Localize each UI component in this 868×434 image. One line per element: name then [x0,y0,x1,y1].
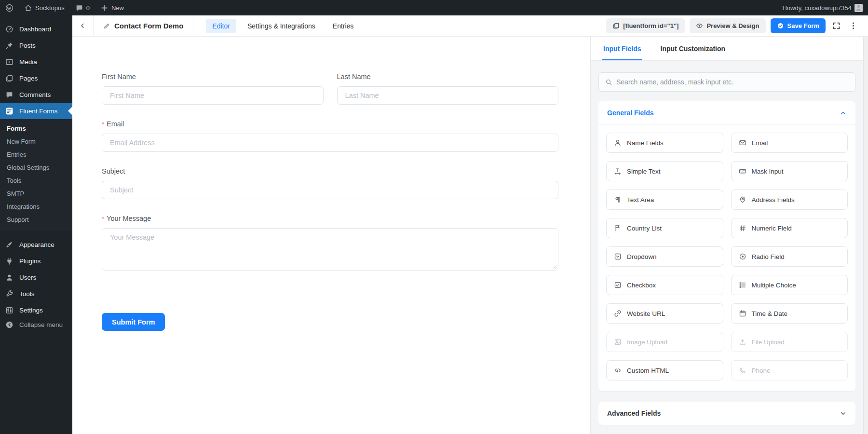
editor-tab-label: Settings & Integrations [247,22,315,30]
sidebar-menu-item[interactable]: Settings [0,302,72,318]
field-type-button[interactable]: Custom HTML [606,360,723,380]
admin-bar-right: Howdy, cuxadowupi7354 [777,0,868,15]
new-label: New [111,4,124,12]
submenu-item-label: Forms [7,125,26,132]
advanced-fields-title: Advanced Fields [607,409,661,417]
field-type-button[interactable]: Numeric Field [731,218,848,238]
admin-sidebar: Dashboard Posts Media Pages Comments Flu… [0,15,72,434]
fullscreen-button[interactable] [830,21,842,30]
field-type-button[interactable]: Phone [731,360,848,380]
sidebar-menu-item[interactable]: Posts [0,37,72,54]
field-search-box[interactable] [598,72,855,92]
wordpress-logo-icon [5,4,14,12]
checkbox-icon [614,281,622,289]
more-options-button[interactable] [847,21,859,30]
sidebar-menu-item[interactable]: Tools [0,285,72,302]
sidebar-menu-item[interactable]: Media [0,54,72,70]
field-type-button[interactable]: Multiple Choice [731,275,848,295]
field-type-button[interactable]: Radio Field [731,246,848,267]
last-name-field[interactable]: Last Name [337,73,559,105]
sidebar-menu-item[interactable]: Pages [0,70,72,86]
field-type-button[interactable]: Email [731,133,848,153]
field-type-label: Mask Input [752,168,784,175]
collapse-menu-button[interactable]: Collapse menu [0,316,72,333]
back-button[interactable] [72,15,94,36]
message-field[interactable]: *Your Message [102,215,558,272]
sidebar-menu-item[interactable]: Appearance [0,236,72,253]
field-type-button[interactable]: Text Area [606,190,723,210]
field-type-button[interactable]: Country List [606,218,723,238]
submenu-item[interactable]: Tools [0,174,72,187]
sidebar-menu-item[interactable]: Plugins [0,253,72,269]
home-icon [24,4,32,12]
submenu-item[interactable]: New Form [0,135,72,148]
comments-link[interactable]: 0 [70,0,95,15]
panel-tab[interactable]: Input Customization [660,45,727,60]
submenu-item-label: Support [7,216,29,223]
first-name-field[interactable]: First Name [102,73,324,105]
editor-tab[interactable]: Editor [206,19,236,33]
general-fields-header[interactable]: General Fields [598,101,855,124]
submenu-item[interactable]: Forms [0,122,72,135]
field-search-input[interactable] [616,78,849,86]
submenu-item[interactable]: Support [0,213,72,226]
message-textarea[interactable] [102,228,558,271]
wrench-icon [4,290,14,298]
subject-input[interactable] [102,181,558,199]
advanced-fields-card: Advanced Fields [598,402,855,425]
dropdown-icon [614,253,622,260]
submit-form-button[interactable]: Submit Form [102,313,165,331]
settings-icon [4,306,14,314]
email-input[interactable] [102,134,558,152]
comment-count: 0 [86,4,90,12]
field-type-button[interactable]: Image Upload [606,332,723,352]
field-type-button[interactable]: Dropdown [606,246,723,267]
wp-admin-bar: Socktopus 0 New Howdy, cuxadowupi7354 [0,0,868,15]
field-type-label: Radio Field [752,253,785,260]
field-type-button[interactable]: Name Fields [606,133,723,153]
save-form-button[interactable]: Save Form [771,18,826,33]
field-type-button[interactable]: File Upload [731,332,848,352]
form-title-wrap[interactable]: Contact Form Demo [94,15,193,36]
field-type-button[interactable]: Time & Date [731,303,848,324]
pages-icon [4,74,14,82]
admin-bar-left: Socktopus 0 New [0,0,129,15]
submenu-item[interactable]: SMTP [0,187,72,200]
sidebar-menu-item[interactable]: Users [0,269,72,285]
editor-tab[interactable]: Settings & Integrations [241,19,322,33]
field-type-label: Custom HTML [627,367,669,374]
submenu-item[interactable]: Entries [0,148,72,161]
my-account-menu[interactable]: Howdy, cuxadowupi7354 [777,0,868,15]
submenu-item[interactable]: Global Settings [0,161,72,174]
panel-tab[interactable]: Input Fields [602,45,642,60]
field-type-button[interactable]: Checkbox [606,275,723,295]
sidebar-menu-item[interactable]: Dashboard [0,21,72,37]
subject-field[interactable]: Subject [102,167,558,199]
required-marker: * [102,121,104,128]
editor-tab[interactable]: Entries [326,19,360,33]
field-type-button[interactable]: Website URL [606,303,723,324]
sidebar-menu-item[interactable]: Comments [0,86,72,103]
chevron-down-icon [840,410,847,417]
submenu-item[interactable]: Integrations [0,200,72,213]
scrollbar-gutter[interactable] [863,15,868,434]
new-content-menu[interactable]: New [95,0,129,15]
fluent-icon [4,107,14,115]
field-type-button[interactable]: Simple Text [606,161,723,181]
preview-design-button[interactable]: Preview & Design [690,18,765,33]
field-type-button[interactable]: Mask Input [731,161,848,181]
sidebar-menu-item[interactable]: Fluent Forms [0,103,72,119]
first-name-input[interactable] [102,86,324,105]
last-name-input[interactable] [337,86,559,105]
toolbar-actions: [fluentform id="1"] Preview & Design Sav… [606,18,868,33]
field-type-label: Text Area [627,196,654,203]
site-name-link[interactable]: Socktopus [19,0,70,15]
image-icon [614,338,622,346]
shortcode-button[interactable]: [fluentform id="1"] [606,18,685,33]
email-field[interactable]: *Email [102,120,558,152]
wp-logo-menu[interactable] [0,0,19,15]
link-icon [614,310,622,317]
field-type-button[interactable]: Address Fields [731,190,848,210]
advanced-fields-header[interactable]: Advanced Fields [598,402,855,425]
general-fields-grid: Name Fields Email Simple Text Mask Input… [598,125,855,391]
